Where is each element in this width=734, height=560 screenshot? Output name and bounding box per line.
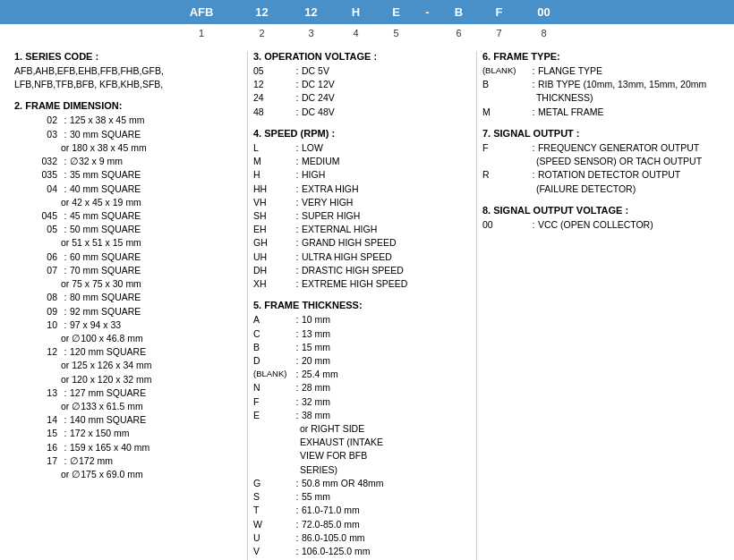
speed-title: 4. SPEED (RPM) : bbox=[253, 128, 471, 139]
list-item: or 120 x 120 x 32 mm bbox=[14, 373, 242, 386]
header-cell-h: H bbox=[336, 4, 376, 21]
section-operation-voltage: 3. OPERATION VOLTAGE : 05 : DC 5V 12 : D… bbox=[253, 51, 471, 119]
sub-13: or ∅133 x 61.5 mm bbox=[61, 400, 242, 413]
code-D-t: D bbox=[253, 354, 293, 368]
code-A: A bbox=[253, 313, 293, 327]
section-frame-thickness: 5. FRAME THICKNESS: A : 10 mm C : 13 mm … bbox=[253, 300, 471, 558]
header-cell-sep: - bbox=[416, 4, 439, 21]
series-code-title: 1. SERIES CODE : bbox=[14, 51, 242, 62]
list-item: A : 10 mm bbox=[253, 313, 471, 327]
desc-A: 10 mm bbox=[302, 313, 471, 327]
code-045: 045 bbox=[14, 209, 61, 223]
list-item: 17 : ∅172 mm bbox=[14, 454, 242, 468]
code-C: C bbox=[253, 327, 293, 341]
signal-output-title: 7. SIGNAL OUTPUT : bbox=[482, 128, 720, 139]
signal-output-voltage-title: 8. SIGNAL OUTPUT VOLTAGE : bbox=[482, 205, 720, 216]
section-series-code: 1. SERIES CODE : AFB,AHB,EFB,EHB,FFB,FHB… bbox=[14, 51, 242, 91]
desc-blank-ft: FLANGE TYPE bbox=[538, 64, 720, 78]
code-48v: 48 bbox=[253, 106, 293, 119]
list-item: XH : EXTREME HIGH SPEED bbox=[253, 277, 471, 291]
list-item: F : FREQUENCY GENERATOR OUTPUT bbox=[482, 141, 720, 155]
desc-02: 125 x 38 x 45 mm bbox=[70, 114, 242, 127]
list-item: V : 106.0-125.0 mm bbox=[253, 545, 471, 558]
code-F-t: F bbox=[253, 395, 293, 409]
list-item: 05 : 50 mm SQUARE bbox=[14, 223, 242, 236]
code-14: 14 bbox=[14, 413, 61, 427]
list-item: M : MEDIUM bbox=[253, 155, 471, 168]
list-item: 15 : 172 x 150 mm bbox=[14, 427, 242, 440]
desc-B-t: 15 mm bbox=[302, 341, 471, 354]
list-item: VIEW FOR BFB bbox=[253, 449, 471, 462]
list-item: B : RIB TYPE (10mm, 13mm, 15mm, 20mm bbox=[482, 78, 720, 91]
list-item: E : 38 mm bbox=[253, 409, 471, 422]
list-item: HH : EXTRA HIGH bbox=[253, 182, 471, 196]
list-item: or ∅100 x 46.8 mm bbox=[14, 332, 242, 345]
code-UH: UH bbox=[253, 250, 293, 264]
list-item: or 180 x 38 x 45 mm bbox=[14, 141, 242, 155]
code-blank-t: (BLANK) bbox=[253, 368, 293, 381]
desc-17: ∅172 mm bbox=[70, 454, 242, 468]
code-05v: 05 bbox=[253, 64, 293, 78]
desc-04: 40 mm SQUARE bbox=[70, 182, 242, 196]
header-cell-12b: 12 bbox=[286, 4, 336, 21]
list-item: 05 : DC 5V bbox=[253, 64, 471, 78]
list-item: 12 : 120 mm SQUARE bbox=[14, 345, 242, 359]
desc-G: 50.8 mm OR 48mm bbox=[302, 477, 471, 490]
list-item: 07 : 70 mm SQUARE bbox=[14, 264, 242, 277]
code-15: 15 bbox=[14, 427, 61, 440]
list-item: 045 : 45 mm SQUARE bbox=[14, 209, 242, 223]
header-cell-afb: AFB bbox=[166, 4, 237, 21]
list-item: or RIGHT SIDE bbox=[253, 422, 471, 436]
sub-12b: or 120 x 120 x 32 mm bbox=[61, 373, 242, 386]
desc-03: 30 mm SQUARE bbox=[70, 128, 242, 141]
list-item: G : 50.8 mm OR 48mm bbox=[253, 477, 471, 490]
sub-04: or 42 x 45 x 19 mm bbox=[61, 196, 242, 209]
desc-R-so: ROTATION DETECTOR OUTPUT bbox=[538, 168, 720, 182]
code-VH: VH bbox=[253, 196, 293, 209]
code-B-ft: B bbox=[482, 78, 529, 91]
list-item: or 125 x 126 x 34 mm bbox=[14, 359, 242, 372]
desc-UH: ULTRA HIGH SPEED bbox=[302, 250, 471, 264]
code-HH: HH bbox=[253, 182, 293, 196]
section-signal-output: 7. SIGNAL OUTPUT : F : FREQUENCY GENERAT… bbox=[482, 128, 720, 196]
frame-type-title: 6. FRAME TYPE: bbox=[482, 51, 720, 62]
code-F-so: F bbox=[482, 141, 529, 155]
desc-SH: SUPER HIGH bbox=[302, 209, 471, 223]
list-item: or 75 x 75 x 30 mm bbox=[14, 277, 242, 291]
list-item: THICKNESS) bbox=[482, 91, 720, 105]
sub-E1: or RIGHT SIDE bbox=[300, 422, 471, 436]
desc-10: 97 x 94 x 33 bbox=[70, 318, 242, 332]
desc-blank-t: 25.4 mm bbox=[302, 368, 471, 381]
list-item: LFB,NFB,TFB,BFB, KFB,KHB,SFB, bbox=[14, 78, 242, 91]
num-4: 4 bbox=[336, 26, 376, 40]
sub-17: or ∅175 x 69.0 mm bbox=[61, 468, 242, 481]
list-item: 035 : 35 mm SQUARE bbox=[14, 168, 242, 182]
sub-E4: SERIES) bbox=[300, 463, 471, 477]
list-item: SH : SUPER HIGH bbox=[253, 209, 471, 223]
list-item: or ∅133 x 61.5 mm bbox=[14, 400, 242, 413]
content-area: 1. SERIES CODE : AFB,AHB,EFB,EHB,FFB,FHB… bbox=[0, 46, 734, 560]
desc-DH: DRASTIC HIGH SPEED bbox=[302, 264, 471, 277]
desc-N: 28 mm bbox=[302, 381, 471, 395]
list-item: B : 15 mm bbox=[253, 341, 471, 354]
list-item: SERIES) bbox=[253, 463, 471, 477]
desc-H: HIGH bbox=[302, 168, 471, 182]
list-item: EH : EXTERNAL HIGH bbox=[253, 223, 471, 236]
list-item: 48 : DC 48V bbox=[253, 106, 471, 119]
code-G: G bbox=[253, 477, 293, 490]
list-item: 03 : 30 mm SQUARE bbox=[14, 128, 242, 141]
code-032: 032 bbox=[14, 155, 61, 168]
num-7: 7 bbox=[479, 26, 519, 40]
num-3: 3 bbox=[286, 26, 336, 40]
desc-00-sov: VCC (OPEN COLLECTOR) bbox=[538, 218, 720, 232]
desc-032: ∅32 x 9 mm bbox=[70, 155, 242, 168]
series-code-line2: LFB,NFB,TFB,BFB, KFB,KHB,SFB, bbox=[14, 78, 242, 91]
desc-V: 106.0-125.0 mm bbox=[302, 545, 471, 558]
num-sep bbox=[416, 26, 439, 40]
desc-12: 120 mm SQUARE bbox=[70, 345, 242, 359]
frame-dimension-title: 2. FRAME DIMENSION: bbox=[14, 100, 242, 111]
code-E-t: E bbox=[253, 409, 293, 422]
desc-VH: VERY HIGH bbox=[302, 196, 471, 209]
list-item: 13 : 127 mm SQUARE bbox=[14, 386, 242, 400]
desc-14: 140 mm SQUARE bbox=[70, 413, 242, 427]
